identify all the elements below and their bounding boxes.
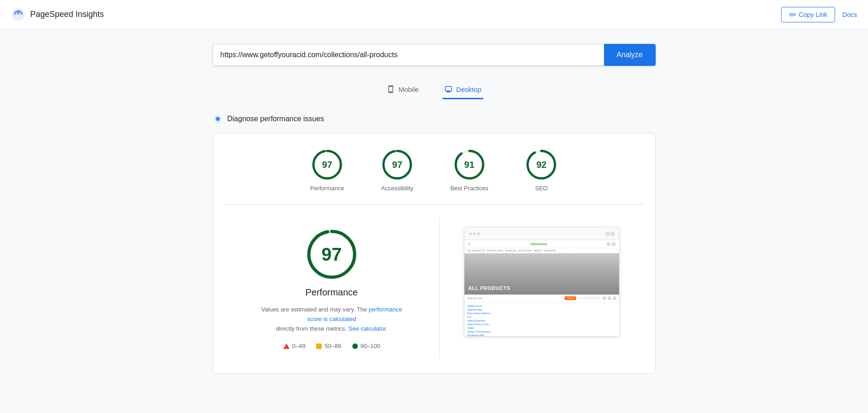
preview-view-grid [603, 296, 606, 300]
preview-menu-left: ☰ [468, 243, 470, 246]
preview-product-9: Prenatal & Infant [467, 333, 616, 337]
preview-dots [469, 232, 480, 235]
preview-topbar [464, 227, 619, 240]
best-practices-circle: 91 [453, 148, 486, 181]
detail-section: 97 Performance Values are estimated and … [224, 218, 644, 359]
preview-product-5: Sleep & Recovery [467, 319, 616, 322]
results-card: 97 Performance 97 Accessibility [213, 133, 656, 374]
dot-2 [473, 232, 476, 235]
main-content: https://www.getoffyouracid.com/collectio… [205, 29, 663, 388]
preview-view-icons [603, 296, 616, 300]
score-item-seo[interactable]: 92 SEO [525, 148, 558, 192]
preview-icon-1 [606, 232, 609, 236]
header: PageSpeed Insights Copy Link Docs [0, 0, 868, 29]
desktop-icon [444, 85, 453, 93]
url-input[interactable]: https://www.getoffyouracid.com/collectio… [213, 44, 604, 66]
mobile-icon [387, 85, 395, 93]
best-practices-score: 91 [464, 160, 474, 170]
preview-topbar-icons [606, 232, 615, 236]
preview-product-4: Gut [467, 315, 616, 319]
preview-product-6: Aches & Pains & Spo... [467, 322, 616, 326]
tab-mobile[interactable]: Mobile [385, 80, 421, 99]
svg-point-0 [12, 8, 25, 21]
average-range: 50–89 [324, 343, 341, 349]
copy-link-button[interactable]: Copy Link [781, 7, 835, 22]
preview-view-list [608, 296, 611, 300]
preview-product-3: Brain Health & Mental... [467, 311, 616, 315]
seo-circle: 92 [525, 148, 558, 181]
score-item-performance[interactable]: 97 Performance [310, 148, 344, 192]
big-performance-score: 97 [322, 244, 342, 265]
good-range: 90–100 [361, 343, 380, 349]
accessibility-label: Accessibility [381, 185, 414, 192]
dot-3 [477, 232, 480, 235]
accessibility-circle: 97 [381, 148, 414, 181]
header-right: Copy Link Docs [781, 7, 857, 22]
url-bar-container: https://www.getoffyouracid.com/collectio… [213, 44, 656, 66]
see-calculator-link[interactable]: See calculator. [349, 325, 388, 332]
big-performance-circle: 97 [304, 227, 359, 282]
note-mid: directly from these metrics. [276, 325, 347, 332]
seo-score: 92 [536, 160, 546, 170]
best-practices-label: Best Practices [450, 185, 488, 192]
big-performance-label: Performance [306, 287, 358, 298]
score-circles: 97 Performance 97 Accessibility [224, 148, 644, 205]
diagnose-icon [213, 114, 223, 124]
score-item-accessibility[interactable]: 97 Accessibility [381, 148, 414, 192]
legend-average: 50–89 [316, 343, 341, 349]
preview-nav-icon-1 [607, 242, 610, 246]
score-item-best-practices[interactable]: 91 Best Practices [450, 148, 488, 192]
preview-nav-links: ALL PRODUCTS SHOP BY GOAL BUNDLES ACID D… [464, 248, 619, 253]
pagespeed-logo-icon [11, 7, 26, 22]
preview-product-1: Weight Loss & [467, 304, 616, 308]
header-left: PageSpeed Insights [11, 7, 104, 22]
fail-range: 0–49 [292, 343, 306, 349]
diagnose-section: Diagnose performance issues [213, 114, 656, 124]
preview-filter-label: Shop By Size [467, 297, 482, 300]
fail-icon [283, 343, 290, 349]
score-note: Values are estimated and may vary. The p… [259, 305, 405, 333]
score-legend: 0–49 50–89 90–100 [283, 343, 380, 349]
dot-1 [469, 232, 472, 235]
legend-fail: 0–49 [283, 343, 306, 349]
preview-filter-bar: Shop By Size FILTER [464, 295, 619, 302]
docs-link[interactable]: Docs [842, 11, 857, 18]
diagnose-title: Diagnose performance issues [227, 115, 324, 123]
preview-hero: ALL PRODUCTS [464, 253, 619, 295]
device-tabs: Mobile Desktop [213, 80, 656, 99]
tab-desktop[interactable]: Desktop [442, 80, 483, 99]
tab-mobile-label: Mobile [399, 86, 419, 93]
tab-desktop-label: Desktop [456, 86, 481, 93]
link-icon [789, 11, 796, 18]
performance-score: 97 [322, 160, 332, 170]
preview-view-other [613, 296, 616, 300]
performance-label: Performance [310, 185, 344, 192]
preview-brand: Alkamind [473, 242, 604, 246]
average-icon [316, 343, 322, 349]
detail-left: 97 Performance Values are estimated and … [224, 218, 440, 359]
app-title: PageSpeed Insights [30, 10, 104, 19]
accessibility-score: 97 [392, 160, 402, 170]
legend-good: 90–100 [352, 343, 380, 349]
preview-icon-2 [611, 232, 615, 236]
svg-point-2 [216, 117, 220, 121]
preview-filter-input [578, 296, 601, 300]
preview-product-2: Alkamind Daily [467, 308, 616, 311]
preview-filter-btn: FILTER [565, 296, 576, 300]
preview-menu-right [607, 242, 615, 246]
preview-nav-all: ALL PRODUCTS [467, 249, 485, 252]
preview-product-8: Energy & Performance... [467, 330, 616, 333]
preview-nav-icon-2 [612, 242, 615, 246]
preview-nav-bar: ☰ Alkamind [464, 240, 619, 248]
preview-product-list: Weight Loss & Alkamind Daily Brain Healt… [464, 302, 619, 337]
detail-right: ☰ Alkamind ALL PRODUCTS SHOP BY GOAL BUN… [440, 218, 644, 346]
good-icon [352, 343, 358, 349]
seo-label: SEO [535, 185, 548, 192]
analyze-button[interactable]: Analyze [604, 44, 656, 66]
preview-hero-text: ALL PRODUCTS [468, 285, 510, 291]
preview-product-7: Vitality [467, 326, 616, 330]
performance-circle: 97 [311, 148, 344, 181]
site-preview: ☰ Alkamind ALL PRODUCTS SHOP BY GOAL BUN… [464, 227, 620, 337]
